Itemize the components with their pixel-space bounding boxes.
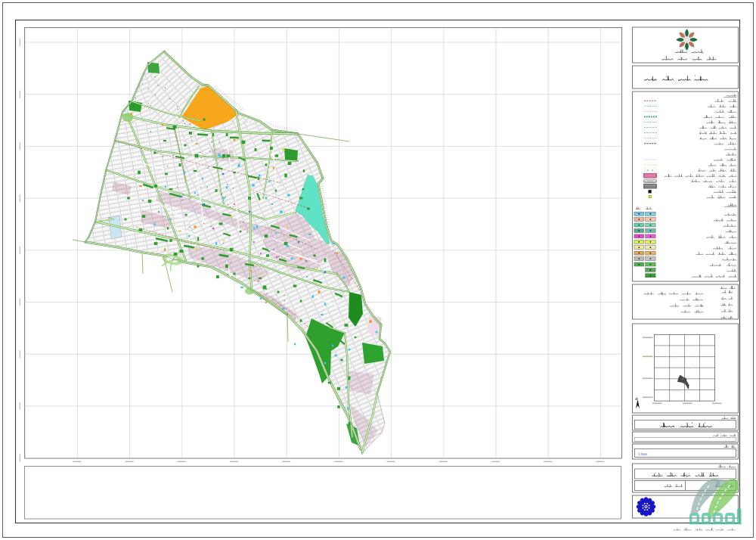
svg-text:1:2000: 1:2000 (638, 453, 647, 456)
